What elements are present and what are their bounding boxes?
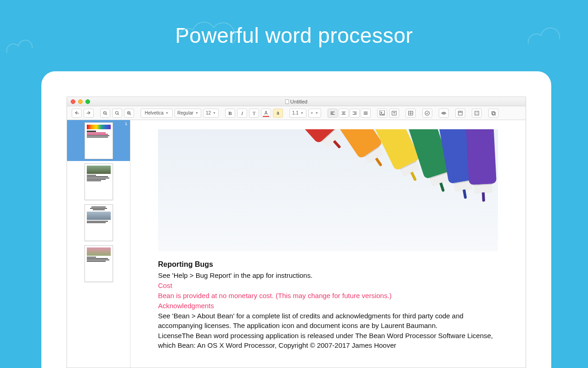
svg-point-12 <box>443 112 444 114</box>
body-text: Bean is provided at no monetary cost. (T… <box>158 291 498 300</box>
body-text: Acknowledgments <box>158 301 498 310</box>
line-height-select[interactable]: 1.1▼ <box>289 109 306 118</box>
svg-rect-14 <box>475 111 479 115</box>
undo-button[interactable] <box>72 109 82 118</box>
align-left-button[interactable] <box>328 109 338 118</box>
highlight-button[interactable]: a <box>273 109 283 118</box>
document-icon <box>285 99 289 104</box>
decorative-cloud <box>5 32 37 60</box>
align-center-button[interactable] <box>339 109 349 118</box>
font-weight-select[interactable]: Regular▼ <box>175 109 201 118</box>
header-button[interactable] <box>455 109 465 118</box>
svg-point-2 <box>115 111 118 114</box>
page-thumbnail-2[interactable] <box>67 161 130 202</box>
toolbar: Helvetica▼ Regular▼ 12▼ B I T A a 1.1▼ ▼ <box>67 106 526 120</box>
decorative-cloud <box>524 18 570 55</box>
svg-point-4 <box>311 112 311 113</box>
redo-button[interactable] <box>84 109 94 118</box>
app-window: Untitled Helvetica▼ Regular▼ 12▼ B I T A… <box>67 97 526 368</box>
page-thumbnail-4[interactable] <box>67 243 130 284</box>
svg-point-5 <box>311 113 311 113</box>
page-thumbnail-3[interactable] <box>67 202 130 243</box>
svg-rect-16 <box>492 112 495 115</box>
checkmark-button[interactable] <box>422 109 432 118</box>
page-thumbnail-1[interactable]: 1 <box>67 120 130 161</box>
align-justify-button[interactable] <box>361 109 371 118</box>
hero-title: Powerful word processor <box>0 0 588 48</box>
decorative-cloud <box>175 12 243 53</box>
heading: Reporting Bugs <box>158 259 498 270</box>
list-select[interactable]: ▼ <box>308 109 321 118</box>
device-frame: Untitled Helvetica▼ Regular▼ 12▼ B I T A… <box>41 71 551 368</box>
zoom-button[interactable] <box>85 99 90 104</box>
table-button[interactable] <box>406 109 416 118</box>
settings-button[interactable] <box>472 109 482 118</box>
thumbnail-panel: 1 <box>67 120 130 368</box>
font-color-button[interactable]: A <box>261 109 271 118</box>
italic-button[interactable]: I <box>237 109 247 118</box>
font-size-select[interactable]: 12▼ <box>203 109 219 118</box>
close-button[interactable] <box>71 99 75 104</box>
body-text: See 'Help > Bug Report' in the app for i… <box>158 270 498 280</box>
window-title: Untitled <box>285 99 307 104</box>
svg-point-11 <box>425 111 429 115</box>
document-text: Reporting Bugs See 'Help > Bug Report' i… <box>158 259 498 350</box>
document-image <box>158 129 498 251</box>
titlebar: Untitled <box>67 97 526 106</box>
body-text: See 'Bean > About Bean' for a complete l… <box>158 311 498 330</box>
minimize-button[interactable] <box>78 99 83 104</box>
zoom-out-button[interactable] <box>100 109 110 118</box>
align-right-button[interactable] <box>350 109 360 118</box>
font-select[interactable]: Helvetica▼ <box>141 109 173 118</box>
layers-button[interactable] <box>488 109 498 118</box>
svg-point-6 <box>311 113 311 114</box>
body-text: Cost <box>158 281 498 290</box>
zoom-button[interactable] <box>112 109 122 118</box>
document-view[interactable]: Reporting Bugs See 'Help > Bug Report' i… <box>130 120 526 368</box>
view-button[interactable] <box>439 109 449 118</box>
svg-rect-15 <box>492 111 494 114</box>
traffic-lights <box>71 99 90 104</box>
text-format-button[interactable]: T <box>249 109 259 118</box>
svg-point-8 <box>381 112 382 113</box>
body-text: LicenseThe Bean word processing applicat… <box>158 331 498 350</box>
zoom-in-button[interactable] <box>124 109 134 118</box>
text-box-button[interactable] <box>389 109 399 118</box>
bold-button[interactable]: B <box>225 109 235 118</box>
svg-rect-0 <box>285 99 288 104</box>
insert-image-button[interactable] <box>377 109 387 118</box>
